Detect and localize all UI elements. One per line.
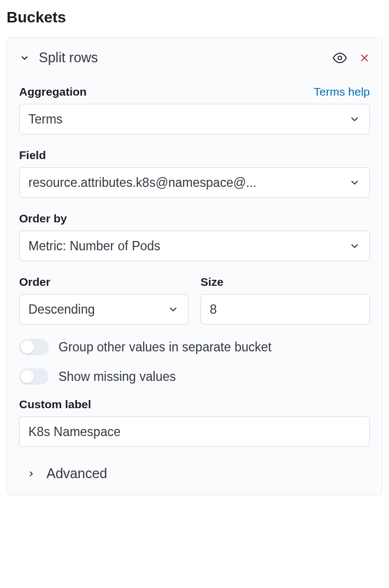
group-other-label: Group other values in separate bucket (58, 340, 272, 355)
chevron-down-icon (167, 303, 179, 315)
visibility-toggle-icon[interactable] (333, 51, 347, 65)
aggregation-label: Aggregation (19, 85, 87, 98)
collapse-icon (19, 52, 30, 63)
remove-bucket-icon[interactable] (359, 52, 370, 63)
orderby-value: Metric: Number of Pods (28, 239, 161, 254)
svg-point-0 (338, 56, 342, 60)
order-value: Descending (28, 302, 95, 317)
group-other-switch-row: Group other values in separate bucket (19, 339, 370, 355)
field-field: Field resource.attributes.k8s@namespace@… (19, 149, 370, 198)
custom-label-input[interactable] (19, 416, 370, 447)
size-input[interactable] (201, 294, 370, 325)
panel-header-left[interactable]: Split rows (19, 50, 98, 66)
switch-knob (21, 340, 34, 354)
chevron-down-icon (349, 240, 361, 252)
switch-knob (21, 370, 34, 383)
chevron-down-icon (349, 113, 361, 125)
custom-label-field: Custom label (19, 398, 370, 447)
field-value: resource.attributes.k8s@namespace@... (28, 175, 256, 190)
order-select[interactable]: Descending (19, 294, 188, 325)
orderby-field: Order by Metric: Number of Pods (19, 212, 370, 261)
terms-help-link[interactable]: Terms help (314, 85, 370, 98)
show-missing-label: Show missing values (58, 369, 176, 384)
orderby-select[interactable]: Metric: Number of Pods (19, 231, 370, 261)
aggregation-field: Aggregation Terms help Terms (19, 85, 370, 134)
aggregation-value: Terms (28, 112, 63, 127)
advanced-label: Advanced (46, 466, 107, 481)
order-size-row: Order Descending Size (19, 275, 370, 325)
group-other-switch[interactable] (19, 339, 49, 355)
size-field: Size (201, 275, 370, 325)
order-label: Order (19, 275, 50, 289)
custom-label-label: Custom label (19, 398, 91, 411)
section-title: Buckets (7, 9, 382, 26)
show-missing-switch-row: Show missing values (19, 368, 370, 385)
field-label: Field (19, 149, 46, 162)
aggregation-select[interactable]: Terms (19, 104, 370, 134)
bucket-panel: Split rows Aggregation Terms help Terms … (7, 37, 382, 495)
field-select[interactable]: resource.attributes.k8s@namespace@... (19, 167, 370, 198)
panel-title: Split rows (39, 50, 98, 66)
panel-header: Split rows (19, 50, 370, 66)
advanced-toggle[interactable]: Advanced (27, 466, 370, 481)
chevron-down-icon (349, 177, 361, 189)
orderby-label: Order by (19, 212, 67, 225)
show-missing-switch[interactable] (19, 368, 49, 385)
order-field: Order Descending (19, 275, 188, 325)
size-label: Size (201, 275, 223, 289)
chevron-right-icon (27, 469, 36, 478)
